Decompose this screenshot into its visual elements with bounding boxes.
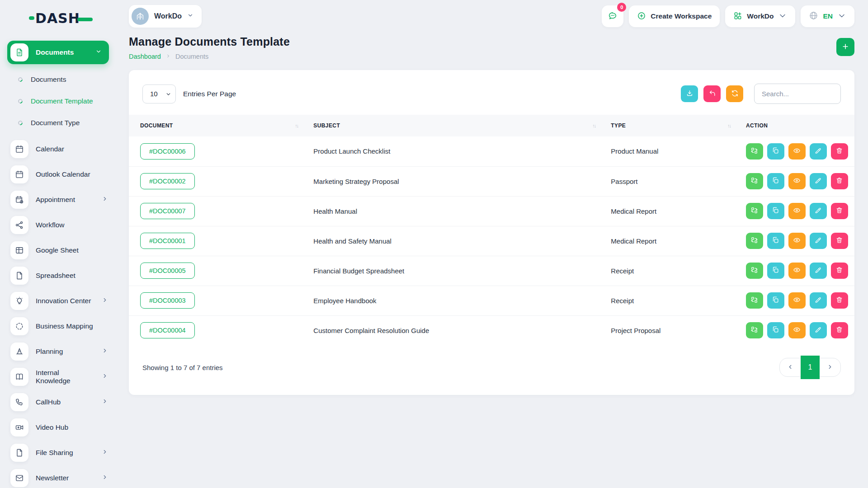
view-button[interactable] [788, 233, 806, 249]
edit-button[interactable] [810, 263, 827, 279]
sidebar-item-planning[interactable]: Planning [0, 339, 120, 364]
sidebar-item-callhub[interactable]: CallHub [0, 389, 120, 415]
page-number-button[interactable]: 1 [801, 356, 820, 379]
document-cell: #DOC00002 [129, 166, 307, 196]
convert-button[interactable] [746, 263, 763, 279]
dashed-circle-icon [10, 317, 28, 335]
delete-button[interactable] [831, 292, 848, 309]
topbar-right: 0 Create Workspace WorkDo EN [602, 5, 854, 27]
view-button[interactable] [788, 322, 806, 338]
language-selector[interactable]: EN [801, 5, 854, 27]
sidebar-item-workflow[interactable]: Workflow [0, 212, 120, 238]
search-input[interactable] [754, 84, 841, 104]
sidebar-item-video-hub[interactable]: Video Hub [0, 415, 120, 440]
sidebar-item-internal-knowledge[interactable]: Internal Knowledge [0, 364, 120, 389]
sort-icon: ↑↓ [295, 123, 301, 128]
duplicate-button[interactable] [767, 322, 784, 338]
undo-arrow-icon [708, 89, 716, 99]
delete-button[interactable] [831, 203, 848, 219]
pencil-icon [814, 177, 822, 186]
trash-icon [835, 177, 843, 186]
action-cell [740, 196, 854, 226]
delete-button[interactable] [831, 233, 848, 249]
duplicate-button[interactable] [767, 173, 784, 189]
brand-logo[interactable]: DASH [0, 6, 120, 30]
sidebar-group-documents[interactable]: Documents [7, 41, 109, 64]
column-header-document[interactable]: DOCUMENT↑↓ [129, 115, 307, 136]
edit-button[interactable] [810, 292, 827, 309]
action-cell [740, 315, 854, 345]
edit-button[interactable] [810, 203, 827, 219]
refresh-button[interactable] [726, 85, 743, 102]
convert-button[interactable] [746, 203, 763, 219]
sidebar-item-calendar[interactable]: Calendar [0, 136, 120, 162]
view-button[interactable] [788, 143, 806, 160]
view-button[interactable] [788, 292, 806, 309]
chevron-right-icon [102, 373, 108, 381]
type-cell: Product Manual [604, 136, 740, 166]
sidebar-subitem-document-type[interactable]: Document Type [0, 112, 120, 134]
convert-button[interactable] [746, 173, 763, 189]
eye-icon [793, 206, 801, 216]
entries-per-page-select[interactable]: 10 [142, 84, 176, 103]
duplicate-button[interactable] [767, 233, 784, 249]
next-page-button[interactable] [820, 358, 840, 376]
bullet-icon [17, 76, 24, 83]
globe-icon [809, 11, 818, 22]
convert-icon [750, 236, 758, 245]
sidebar-item-appointment[interactable]: Appointment [0, 187, 120, 212]
edit-button[interactable] [810, 143, 827, 160]
sidebar-item-outlook-calendar[interactable]: Outlook Calendar [0, 162, 120, 187]
column-header-subject[interactable]: SUBJECT↑↓ [307, 115, 604, 136]
document-id-badge: #DOC00003 [140, 292, 195, 309]
file-icon [10, 444, 28, 462]
workdo-menu-button[interactable]: WorkDo [725, 5, 795, 27]
duplicate-button[interactable] [767, 263, 784, 279]
sidebar-subitem-documents[interactable]: Documents [0, 69, 120, 90]
messages-button[interactable]: 0 [602, 5, 623, 27]
eye-icon [793, 236, 801, 245]
table-row: #DOC00006Product Launch ChecklistProduct… [129, 136, 854, 166]
trash-icon [835, 206, 843, 216]
delete-button[interactable] [831, 263, 848, 279]
workspace-selector[interactable]: WorkDo [129, 5, 202, 28]
chevron-down-icon [187, 12, 193, 20]
column-header-type[interactable]: TYPE↑↓ [604, 115, 740, 136]
subject-cell: Financial Budget Spreadsheet [307, 256, 604, 286]
view-button[interactable] [788, 173, 806, 189]
sidebar-item-file-sharing[interactable]: File Sharing [0, 440, 120, 465]
breadcrumb-dashboard-link[interactable]: Dashboard [129, 53, 161, 60]
view-button[interactable] [788, 263, 806, 279]
sidebar-subitem-document-template[interactable]: Document Template [0, 90, 120, 112]
sidebar-item-business-mapping[interactable]: Business Mapping [0, 314, 120, 339]
convert-button[interactable] [746, 292, 763, 309]
delete-button[interactable] [831, 322, 848, 338]
page-head: Manage Documents Template Dashboard Docu… [129, 35, 854, 60]
duplicate-button[interactable] [767, 143, 784, 160]
create-template-button[interactable] [836, 38, 854, 56]
pencil-icon [814, 296, 822, 305]
convert-button[interactable] [746, 143, 763, 160]
delete-button[interactable] [831, 173, 848, 189]
duplicate-button[interactable] [767, 203, 784, 219]
delete-button[interactable] [831, 143, 848, 160]
reset-button[interactable] [703, 85, 721, 102]
sidebar-group-label: Documents [36, 48, 88, 56]
edit-button[interactable] [810, 322, 827, 338]
sidebar-submenu: DocumentsDocument TemplateDocument Type [0, 64, 120, 136]
edit-button[interactable] [810, 173, 827, 189]
sidebar-item-newsletter[interactable]: Newsletter [0, 465, 120, 488]
edit-button[interactable] [810, 233, 827, 249]
convert-button[interactable] [746, 233, 763, 249]
convert-button[interactable] [746, 322, 763, 338]
view-button[interactable] [788, 203, 806, 219]
sidebar-item-spreadsheet[interactable]: Spreadsheet [0, 263, 120, 288]
export-button[interactable] [681, 85, 698, 102]
create-workspace-button[interactable]: Create Workspace [629, 5, 720, 27]
trash-icon [835, 236, 843, 245]
eye-icon [793, 326, 801, 335]
previous-page-button[interactable] [780, 358, 801, 376]
sidebar-item-google-sheet[interactable]: Google Sheet [0, 238, 120, 263]
sidebar-item-innovation-center[interactable]: Innovation Center [0, 288, 120, 314]
duplicate-button[interactable] [767, 292, 784, 309]
